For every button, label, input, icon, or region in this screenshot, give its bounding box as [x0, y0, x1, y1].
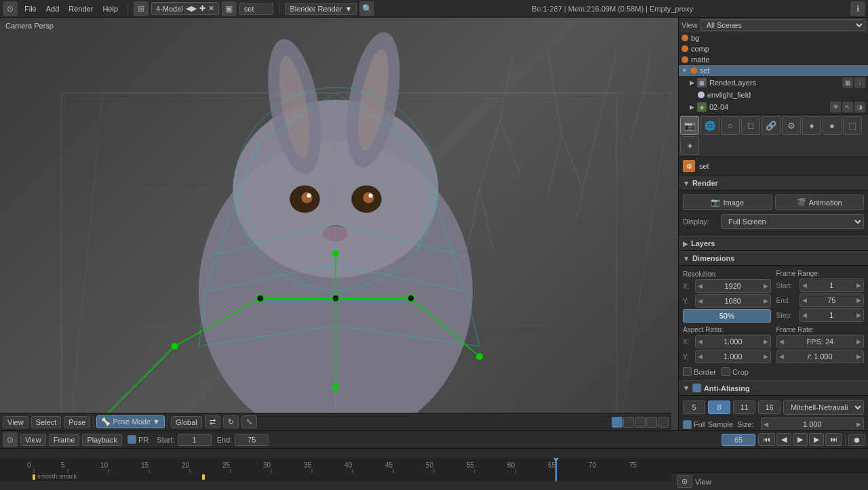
crop-checkbox-label[interactable]: Crop: [722, 367, 749, 376]
aa-section-header[interactable]: ▼ Anti-Aliasing: [679, 380, 868, 396]
tl-view-btn[interactable]: View: [20, 434, 46, 446]
blender-icon[interactable]: ⊙: [3, 1, 18, 16]
global-btn[interactable]: Global: [171, 416, 202, 428]
tl-playback-btn[interactable]: Playback: [82, 434, 122, 446]
layer-btn-3[interactable]: [635, 417, 646, 428]
res-x-field[interactable]: ◀ 1920 ▶: [695, 279, 771, 293]
texture-props-btn[interactable]: ⬚: [843, 116, 862, 135]
aa-enabled-label[interactable]: [692, 384, 701, 392]
play-start-btn[interactable]: ⏮: [758, 433, 775, 446]
start-field[interactable]: ◀ 1 ▶: [800, 279, 865, 292]
menu-add[interactable]: Add: [42, 3, 64, 14]
layer-btn-5[interactable]: [658, 417, 669, 428]
outliner-item-bg[interactable]: bg: [679, 33, 868, 43]
display-select[interactable]: Full Screen: [721, 214, 864, 229]
engine-arrow: ▼: [345, 5, 353, 13]
play-end-btn[interactable]: ⏭: [825, 433, 842, 446]
modifier-props-btn[interactable]: ⚙: [782, 116, 801, 135]
select-menu-btn[interactable]: Select: [31, 416, 62, 428]
play-btn[interactable]: ▶: [793, 433, 808, 446]
aa-btn-5[interactable]: 5: [683, 401, 705, 414]
record-btn[interactable]: ⏺: [848, 434, 865, 446]
fpsmult-field[interactable]: ◀ /: 1.000 ▶: [776, 350, 865, 363]
transform-icon-3[interactable]: ⤡: [241, 415, 257, 428]
screen-add[interactable]: ✚: [199, 4, 205, 13]
rl-btn1[interactable]: ▦: [842, 77, 853, 88]
outliner-item-set[interactable]: ▼ set: [679, 65, 868, 76]
size-field[interactable]: ◀ 1.000 ▶: [761, 417, 864, 431]
layer-btn-2[interactable]: [623, 417, 634, 428]
engine-selector[interactable]: Blender Render ▼: [285, 3, 357, 15]
particles-props-btn[interactable]: ✦: [680, 136, 699, 155]
search-icon[interactable]: 🔍: [359, 1, 374, 16]
full-sample-label[interactable]: Full Sample: [683, 420, 733, 429]
outliner-item-envlight[interactable]: envlight_field: [679, 89, 868, 100]
screen-selector[interactable]: 4-Model ◀▶ ✚ ✕: [151, 2, 219, 15]
item-label-rl: RenderLayers: [709, 79, 756, 87]
ay-field[interactable]: ◀ 1.000 ▶: [695, 350, 771, 363]
aa-controls-row: 5 8 11 16 Mitchell-Netravali: [683, 400, 864, 415]
scene-selector[interactable]: set: [239, 3, 274, 15]
layer-btn-4[interactable]: [646, 417, 657, 428]
fps-field[interactable]: ◀ FPS: 24 ▶: [776, 335, 865, 348]
outliner-item-matte[interactable]: matte: [679, 54, 868, 65]
screen-close[interactable]: ✕: [208, 4, 214, 13]
end-field[interactable]: ◀ 75 ▶: [800, 293, 865, 307]
tl-start-field[interactable]: 1: [178, 434, 212, 446]
step-field[interactable]: ◀ 1 ▶: [800, 308, 865, 322]
rl-btn2[interactable]: ↓: [854, 77, 865, 88]
status-icon[interactable]: ⊙: [677, 475, 692, 488]
menu-render[interactable]: Render: [64, 3, 97, 14]
outliner-item-comp[interactable]: comp: [679, 43, 868, 54]
material-props-btn[interactable]: ●: [823, 116, 842, 135]
menu-file[interactable]: File: [20, 3, 41, 14]
screen-icon[interactable]: ⊞: [134, 1, 149, 16]
outliner-item-renderlayers[interactable]: ▶ ▦ RenderLayers ▦ ↓: [679, 76, 868, 89]
res-y-field[interactable]: ◀ 1080 ▶: [695, 294, 771, 308]
world-props-btn[interactable]: ○: [721, 116, 740, 135]
info-icon[interactable]: ℹ: [850, 1, 865, 16]
menu-help[interactable]: Help: [98, 3, 122, 14]
scene-icon[interactable]: ▣: [222, 1, 237, 16]
aa-btn-8[interactable]: 8: [708, 401, 730, 414]
cursor-icon[interactable]: ↖: [842, 102, 853, 113]
prev-frame-btn[interactable]: ◀: [776, 433, 791, 446]
render-section-header[interactable]: ▼ Render: [679, 176, 868, 190]
border-checkbox-label[interactable]: Border: [683, 367, 716, 376]
scene-props-btn[interactable]: 🌐: [701, 116, 719, 135]
aa-btn-16[interactable]: 16: [758, 401, 781, 414]
aa-engine-select[interactable]: Mitchell-Netravali: [783, 400, 864, 415]
tl-frame-btn[interactable]: Frame: [49, 434, 80, 446]
tl-icon[interactable]: ⊙: [3, 432, 18, 447]
constraint-props-btn[interactable]: 🔗: [762, 116, 781, 135]
tl-current-frame[interactable]: 65: [722, 434, 755, 446]
dimensions-section-header[interactable]: ▼ Dimensions: [679, 251, 868, 266]
ax-field[interactable]: ◀ 1.000 ▶: [695, 335, 771, 348]
view-menu-btn[interactable]: View: [3, 416, 28, 428]
border-checkbox[interactable]: [683, 367, 692, 376]
res-percent-field[interactable]: 50%: [683, 309, 771, 323]
scene-select[interactable]: All Scenes: [701, 19, 865, 31]
render-props-btn[interactable]: 📷: [680, 116, 699, 135]
aa-btn-11[interactable]: 11: [733, 401, 755, 414]
layer-btn-1[interactable]: [612, 417, 623, 428]
pr-checkbox-label[interactable]: PR: [127, 435, 149, 444]
outliner-item-0204[interactable]: ▶ ◈ 02-04 👁 ↖ ◑: [679, 100, 868, 114]
layers-section-header[interactable]: ▶ Layers: [679, 236, 868, 251]
image-button[interactable]: 📷 Image: [683, 195, 772, 210]
crop-checkbox[interactable]: [722, 367, 730, 376]
data-props-btn[interactable]: ♦: [802, 116, 821, 135]
next-frame-btn[interactable]: ▶: [809, 433, 824, 446]
object-props-btn[interactable]: □: [741, 116, 760, 135]
pose-mode-btn[interactable]: 🦴 Pose Mode ▼: [96, 415, 165, 428]
tl-end-field[interactable]: 75: [235, 434, 269, 446]
transform-icon-1[interactable]: ⇄: [205, 415, 220, 428]
pr-checkbox[interactable]: [127, 435, 136, 444]
aa-checkbox[interactable]: [692, 384, 701, 392]
eye-icon[interactable]: 👁: [830, 102, 841, 113]
pose-menu-btn[interactable]: Pose: [64, 416, 90, 428]
render-icon[interactable]: ◑: [854, 102, 865, 113]
full-sample-checkbox[interactable]: [683, 420, 692, 429]
animation-button[interactable]: 🎬 Animation: [775, 195, 865, 210]
transform-icon-2[interactable]: ↻: [223, 415, 239, 428]
